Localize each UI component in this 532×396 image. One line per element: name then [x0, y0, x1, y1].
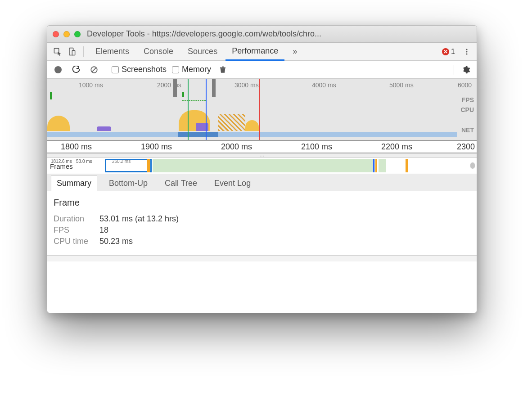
overview-tick: 1000 ms — [79, 81, 103, 89]
overview-handle-right[interactable] — [212, 79, 216, 97]
traffic-lights — [53, 31, 81, 37]
tabs-overflow[interactable]: » — [286, 43, 303, 60]
marker-dcl — [188, 79, 189, 140]
overview-tick: 6000 — [458, 81, 472, 89]
tab-sources[interactable]: Sources — [181, 43, 224, 60]
cpu-label: CPU — [460, 105, 474, 115]
frame-time: 1812.6 ms — [51, 159, 72, 164]
svg-point-5 — [466, 53, 467, 54]
performance-toolbar: Screenshots Memory — [47, 61, 477, 79]
svg-rect-8 — [220, 67, 225, 68]
cpu-track — [47, 107, 457, 131]
detail-value: 18 — [99, 225, 108, 235]
separator — [106, 65, 106, 75]
settings-icon[interactable] — [460, 63, 472, 76]
clear-button[interactable] — [88, 63, 100, 76]
separator — [83, 46, 84, 57]
fps-marker — [182, 100, 206, 101]
tab-bottom-up[interactable]: Bottom-Up — [104, 176, 153, 191]
detail-key: FPS — [54, 225, 94, 235]
checkbox-icon — [112, 66, 119, 73]
scrollbar-thumb[interactable] — [470, 162, 475, 169]
memory-label: Memory — [182, 65, 211, 74]
detail-key: Duration — [54, 214, 94, 224]
frames-track[interactable]: Frames 1812.6 ms 53.0 ms 250.2 ms — [47, 158, 477, 174]
net-activity — [178, 132, 218, 137]
error-icon: ✕ — [442, 48, 449, 55]
marker-load — [206, 79, 207, 140]
ruler-tick: 1900 ms — [141, 142, 172, 152]
detail-row: FPS 18 — [54, 225, 470, 235]
overview-track-labels: FPS CPU NET — [460, 95, 474, 135]
frame-block — [379, 159, 386, 172]
error-count-value: 1 — [451, 48, 455, 56]
zoom-ruler[interactable]: 1800 ms 1900 ms 2000 ms 2100 ms 2200 ms … — [47, 141, 477, 153]
status-bar — [47, 255, 477, 261]
record-button[interactable] — [52, 63, 64, 76]
kebab-menu-icon[interactable] — [460, 45, 473, 58]
svg-point-3 — [466, 49, 467, 50]
panel-heading: Frame — [54, 198, 470, 208]
minimize-icon[interactable] — [63, 31, 70, 37]
maximize-icon[interactable] — [74, 31, 81, 37]
memory-checkbox[interactable]: Memory — [172, 65, 211, 74]
svg-rect-9 — [222, 66, 224, 67]
detail-tabbar: Summary Bottom-Up Call Tree Event Log — [47, 174, 477, 191]
selected-frame[interactable] — [105, 159, 152, 172]
overview-tick: 5000 ms — [389, 81, 414, 89]
tab-console[interactable]: Console — [137, 43, 180, 60]
device-toolbar-icon[interactable] — [65, 45, 78, 58]
detail-value: 50.23 ms — [99, 237, 133, 246]
ruler-tick: 2100 ms — [301, 142, 332, 152]
screenshots-label: Screenshots — [122, 65, 167, 74]
frame-block — [153, 159, 375, 172]
frame-bar — [375, 159, 377, 172]
frame-bar — [406, 159, 408, 172]
screenshots-checkbox[interactable]: Screenshots — [112, 65, 167, 74]
reload-button[interactable] — [70, 63, 82, 76]
tab-summary[interactable]: Summary — [51, 176, 97, 191]
devtools-window: Developer Tools - https://developers.goo… — [47, 25, 477, 313]
window-title: Developer Tools - https://developers.goo… — [87, 29, 471, 39]
frame-bar — [147, 159, 150, 172]
svg-line-7 — [92, 68, 96, 72]
inspect-element-icon[interactable] — [51, 45, 63, 58]
fps-label: FPS — [460, 95, 474, 105]
net-track — [47, 132, 457, 137]
tab-performance[interactable]: Performance — [225, 43, 284, 61]
overview-tick: 4000 ms — [312, 81, 336, 89]
splitter-handle[interactable]: ··· — [47, 153, 477, 158]
error-count[interactable]: ✕ 1 — [442, 48, 455, 56]
close-icon[interactable] — [53, 31, 59, 37]
overview-tick: 2000 ms — [157, 81, 181, 89]
tab-call-tree[interactable]: Call Tree — [159, 176, 203, 191]
frame-bar — [373, 159, 374, 172]
checkbox-icon — [172, 66, 179, 73]
separator — [454, 65, 454, 75]
detail-key: CPU time — [54, 237, 94, 246]
timeline-overview[interactable]: 1000 ms 2000 ms 3000 ms 4000 ms 5000 ms … — [47, 79, 477, 141]
ruler-tick: 1800 ms — [61, 142, 92, 152]
net-label: NET — [460, 125, 474, 135]
ruler-tick: 2200 ms — [381, 142, 412, 152]
summary-panel: Frame Duration 53.01 ms (at 13.2 hrs) FP… — [47, 191, 477, 252]
detail-row: CPU time 50.23 ms — [54, 237, 470, 246]
detail-row: Duration 53.01 ms (at 13.2 hrs) — [54, 214, 470, 224]
titlebar[interactable]: Developer Tools - https://developers.goo… — [47, 26, 477, 43]
svg-point-4 — [466, 51, 467, 52]
ruler-tick: 2300 — [457, 142, 475, 152]
main-tabbar: Elements Console Sources Performance » ✕… — [47, 43, 477, 61]
detail-value: 53.01 ms (at 13.2 hrs) — [99, 214, 179, 224]
marker-red — [259, 79, 260, 140]
svg-rect-2 — [72, 50, 75, 55]
overview-tick: 3000 ms — [234, 81, 259, 89]
ruler-tick: 2000 ms — [221, 142, 252, 152]
trash-button[interactable] — [216, 63, 229, 76]
tab-event-log[interactable]: Event Log — [209, 176, 256, 191]
overview-handle-left[interactable] — [173, 79, 177, 97]
frame-time: 53.0 ms — [76, 159, 92, 164]
tab-elements[interactable]: Elements — [89, 43, 135, 60]
